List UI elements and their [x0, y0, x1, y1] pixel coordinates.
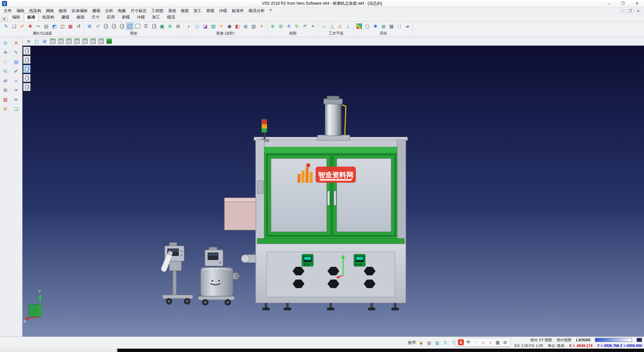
notebook-icon[interactable]: ▤: [12, 58, 20, 66]
selection-filter-icon[interactable]: ◩: [51, 23, 58, 30]
display-list-3-icon[interactable]: [118, 23, 125, 30]
tab-加工[interactable]: 加工: [149, 13, 163, 21]
menu-item-标准件[interactable]: 标准件: [229, 7, 246, 14]
group-elements-icon[interactable]: ▣: [158, 23, 166, 30]
viewport-split-icon[interactable]: ⊞: [41, 38, 48, 45]
lock-icon[interactable]: ◉: [418, 340, 424, 346]
plane-tool-icon[interactable]: ▱: [12, 77, 20, 85]
hidden-line-icon[interactable]: ◪: [202, 23, 209, 30]
grid-icon[interactable]: ▦: [388, 23, 395, 30]
texture-icon[interactable]: ▨: [210, 23, 217, 30]
filter-edit-icon[interactable]: ✑: [35, 23, 42, 30]
display-cylinder-icon[interactable]: [150, 23, 158, 30]
view-top-cube[interactable]: [90, 38, 96, 45]
erase-tool-icon[interactable]: ⊠: [1, 86, 9, 94]
pin-toggle[interactable]: 拴牢: [408, 340, 416, 346]
snapshot-icon[interactable]: ✦: [258, 23, 265, 30]
maximize-button[interactable]: ❐: [616, 0, 630, 7]
camera-icon[interactable]: ◉: [226, 23, 233, 30]
view-left-cube[interactable]: [73, 38, 80, 45]
workplane-normal-icon[interactable]: ⊥: [344, 23, 352, 30]
ime-logo-icon[interactable]: S: [458, 339, 464, 345]
workspace-icon[interactable]: ▰: [404, 23, 411, 30]
menu-item-塑模[interactable]: 塑模: [204, 7, 217, 14]
control-panel-left[interactable]: [302, 254, 313, 266]
ime-emoji-icon[interactable]: ☺: [480, 339, 486, 345]
ime-mic-icon[interactable]: ♪: [487, 339, 493, 345]
minimize-button[interactable]: ─: [602, 0, 616, 7]
close-button[interactable]: ✕: [630, 0, 644, 7]
transparency-icon[interactable]: ◍: [242, 23, 249, 30]
clipboard-tool-icon[interactable]: ❏: [12, 105, 20, 113]
print-icon[interactable]: ▤: [426, 340, 432, 346]
layer-filter-icon[interactable]: ▤: [43, 23, 50, 30]
viewport-single-icon[interactable]: ▢: [33, 38, 40, 45]
coolant-tank-unit[interactable]: [198, 247, 240, 305]
display-list-1-icon[interactable]: [102, 23, 109, 30]
view-state-4[interactable]: [23, 74, 31, 82]
tab-线架构[interactable]: 线架构: [39, 13, 58, 21]
background-color-swatch[interactable]: [637, 338, 642, 342]
profiles-icon[interactable]: ✱: [372, 23, 379, 30]
child-minimize-button[interactable]: ─: [619, 9, 626, 13]
side-cabinet-pink[interactable]: [224, 198, 256, 230]
tab-冲模[interactable]: 冲模: [133, 13, 148, 21]
view-back-cube[interactable]: [65, 38, 72, 45]
zoom-window-icon[interactable]: ⊞: [277, 23, 284, 30]
tab-建模[interactable]: 建模: [58, 13, 73, 21]
rotate-view-icon[interactable]: ↻: [293, 23, 301, 30]
ime-punct-icon[interactable]: ·: [473, 339, 479, 345]
workplane-create-icon[interactable]: ▱: [320, 23, 328, 30]
view-list-icon[interactable]: ≡: [25, 38, 32, 45]
wireframe-icon[interactable]: ◻: [194, 23, 201, 30]
modify-attributes-icon[interactable]: ✎: [2, 23, 10, 30]
gradient-color-swatch[interactable]: [595, 338, 632, 342]
lighting-icon[interactable]: ☀: [218, 23, 225, 30]
units-readout[interactable]: 单位: 毫米: [548, 343, 565, 348]
delete-tool-icon[interactable]: ✕: [12, 39, 20, 47]
workplane-rotate-icon[interactable]: ∠: [336, 23, 344, 30]
erase-graphics-icon[interactable]: ⊠: [86, 23, 93, 30]
move-tool-icon[interactable]: ✛: [1, 48, 9, 56]
background-icon[interactable]: ▧: [250, 23, 257, 30]
display-config-icon[interactable]: ▢: [364, 23, 371, 30]
hatch-tool-icon[interactable]: ▨: [1, 95, 9, 103]
view-state-3[interactable]: [23, 65, 31, 73]
zoom-fit-icon[interactable]: ⊕: [269, 23, 276, 30]
rotate-tool-icon[interactable]: ↻: [1, 67, 9, 75]
view-bottom-cube[interactable]: [98, 38, 104, 45]
tab-应用[interactable]: 应用: [103, 13, 118, 21]
menu-item-冲模[interactable]: 冲模: [217, 7, 229, 14]
restore-graphics-icon[interactable]: ↺: [94, 23, 101, 30]
previous-view-icon[interactable]: ↶: [301, 23, 309, 30]
tab-编辑[interactable]: 编辑: [9, 13, 23, 21]
element-filter-icon[interactable]: ◫: [59, 23, 66, 30]
annotate-tool-icon[interactable]: ✐: [12, 67, 20, 75]
pneumatic-cylinder[interactable]: [318, 96, 350, 140]
view-state-1[interactable]: [23, 47, 31, 55]
edit-tool-icon[interactable]: ✎: [12, 48, 20, 56]
blank-swatch-icon[interactable]: [134, 23, 142, 30]
zoom-tool-icon[interactable]: ⊙: [1, 39, 9, 47]
filter-add-icon[interactable]: ✚: [26, 23, 34, 30]
line-type-icon[interactable]: ☰: [142, 23, 150, 30]
shaded-render-icon[interactable]: ◐: [185, 23, 193, 30]
statistics-icon[interactable]: ⊞: [174, 23, 182, 30]
menu-item-模流分析[interactable]: 模流分析: [246, 7, 267, 14]
color-palette-icon[interactable]: [356, 23, 363, 30]
copy-attributes-icon[interactable]: ❏: [10, 23, 18, 30]
child-close-button[interactable]: ✕: [635, 9, 642, 13]
section-view-icon[interactable]: ◧: [234, 23, 241, 30]
ime-toolbox-icon[interactable]: ⊞: [502, 339, 508, 345]
pan-view-icon[interactable]: ✛: [285, 23, 292, 30]
display-list-2-icon[interactable]: [110, 23, 117, 30]
tab-塑模[interactable]: 塑模: [118, 13, 133, 21]
view-mode-label[interactable]: 绝对 XY 视图: [530, 338, 552, 343]
tab-尺寸[interactable]: 尺寸: [88, 13, 103, 21]
ime-keyboard-icon[interactable]: ▦: [495, 339, 501, 345]
model-canvas[interactable]: 智造资料网 Y X: [22, 46, 644, 337]
tab-标准[interactable]: 标准: [24, 13, 39, 21]
database-icon[interactable]: ≣: [166, 23, 174, 30]
render-settings-icon[interactable]: ▨: [434, 340, 440, 346]
reset-filter-icon[interactable]: ↺: [75, 23, 82, 30]
